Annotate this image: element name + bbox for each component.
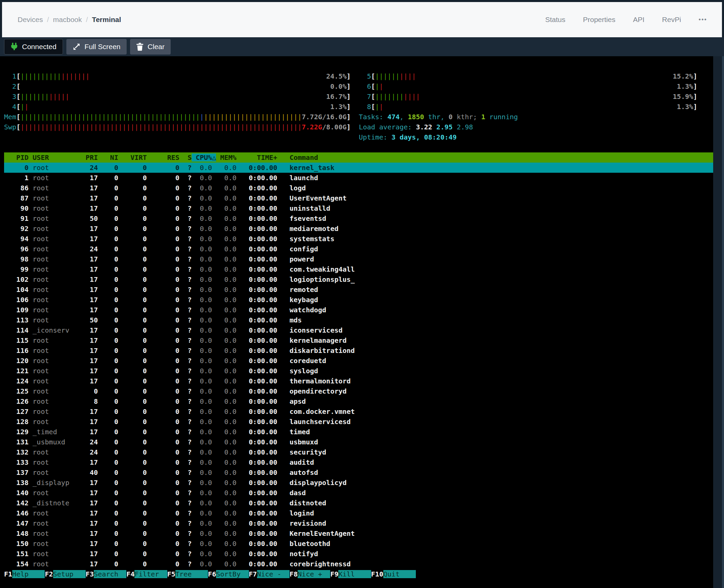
breadcrumb: Devices / macbook / Terminal	[18, 16, 121, 24]
connected-label: Connected	[22, 43, 57, 51]
fullscreen-label: Full Screen	[85, 43, 121, 51]
process-row[interactable]: 104 root 17 0 0 0 ? 0.0 0.0 0:00.00 remo…	[4, 285, 713, 295]
htop-process-header[interactable]: PID USER PRI NI VIRT RES S CPU%△ MEM% TI…	[4, 152, 713, 163]
htop-cpu-meter-row: 3[|||||||||||| 16.7%] 7[||||||||||| 15.9…	[4, 91, 713, 102]
process-row[interactable]: 99 root 17 0 0 0 ? 0.0 0.0 0:00.00 com.t…	[4, 264, 713, 274]
process-row[interactable]: 114 _iconserv 17 0 0 0 ? 0.0 0.0 0:00.00…	[4, 325, 713, 335]
breadcrumb-devices[interactable]: Devices	[18, 16, 43, 24]
process-row[interactable]: 92 root 17 0 0 0 ? 0.0 0.0 0:00.00 media…	[4, 224, 713, 234]
htop-uptime: Uptime: 3 days, 08:20:49	[4, 132, 713, 142]
process-row[interactable]: 124 root 17 0 0 0 ? 0.0 0.0 0:00.00 ther…	[4, 376, 713, 386]
terminal-scrollbar[interactable]	[713, 56, 724, 588]
htop-cpu-meter-row: 2[ 0.0%] 6[|| 1.3%]	[4, 81, 713, 91]
fullscreen-button[interactable]: Full Screen	[66, 39, 127, 55]
process-row[interactable]: 120 root 17 0 0 0 ? 0.0 0.0 0:00.00 core…	[4, 356, 713, 366]
breadcrumb-separator: /	[47, 16, 49, 24]
process-row[interactable]: 142 _distnote 17 0 0 0 ? 0.0 0.0 0:00.00…	[4, 498, 713, 508]
connected-button[interactable]: Connected	[4, 39, 63, 55]
htop-blank-line	[4, 142, 713, 152]
process-row[interactable]: 102 root 17 0 0 0 ? 0.0 0.0 0:00.00 logi…	[4, 274, 713, 285]
process-row[interactable]: 121 root 17 0 0 0 ? 0.0 0.0 0:00.00 sysl…	[4, 366, 713, 376]
process-row[interactable]: 128 root 17 0 0 0 ? 0.0 0.0 0:00.00 laun…	[4, 417, 713, 427]
process-row[interactable]: 146 root 17 0 0 0 ? 0.0 0.0 0:00.00 logi…	[4, 508, 713, 518]
nav-item-properties[interactable]: Properties	[583, 16, 615, 24]
process-row[interactable]: 126 root 8 0 0 0 ? 0.0 0.0 0:00.00 apsd	[4, 396, 713, 406]
htop-cpu-meter-row: 1[||||||||||||||||| 24.5%] 5[|||||||||| …	[4, 71, 713, 81]
process-row[interactable]: 98 root 17 0 0 0 ? 0.0 0.0 0:00.00 power…	[4, 254, 713, 264]
process-row[interactable]: 147 root 17 0 0 0 ? 0.0 0.0 0:00.00 revi…	[4, 518, 713, 528]
process-row[interactable]: 116 root 17 0 0 0 ? 0.0 0.0 0:00.00 disk…	[4, 345, 713, 356]
process-row[interactable]: 113 root 50 0 0 0 ? 0.0 0.0 0:00.00 mds	[4, 315, 713, 325]
breadcrumb-macbook[interactable]: macbook	[53, 16, 82, 24]
process-row[interactable]: 90 root 17 0 0 0 ? 0.0 0.0 0:00.00 unins…	[4, 203, 713, 213]
process-row[interactable]: 96 root 24 0 0 0 ? 0.0 0.0 0:00.00 confi…	[4, 244, 713, 254]
process-row[interactable]: 129 _timed 17 0 0 0 ? 0.0 0.0 0:00.00 ti…	[4, 427, 713, 437]
breadcrumb-terminal: Terminal	[92, 16, 121, 24]
process-row[interactable]: 151 root 17 0 0 0 ? 0.0 0.0 0:00.00 noti…	[4, 549, 713, 559]
process-row[interactable]: 91 root 50 0 0 0 ? 0.0 0.0 0:00.00 fseve…	[4, 213, 713, 224]
htop-mem-meter: Mem[||||||||||||||||||||||||||||||||||||…	[4, 112, 713, 122]
process-row[interactable]: 131 _usbmuxd 24 0 0 0 ? 0.0 0.0 0:00.00 …	[4, 437, 713, 447]
process-row[interactable]: 137 root 40 0 0 0 ? 0.0 0.0 0:00.00 auto…	[4, 467, 713, 478]
top-navbar: Devices / macbook / Terminal Status Prop…	[2, 2, 722, 37]
navbar-links: Status Properties API RevPi •••	[545, 16, 707, 24]
process-row[interactable]: 133 root 17 0 0 0 ? 0.0 0.0 0:00.00 audi…	[4, 457, 713, 467]
clear-button[interactable]: Clear	[130, 39, 171, 55]
htop-swap-meter: Swp[||||||||||||||||||||||||||||||||||||…	[4, 122, 713, 132]
breadcrumb-separator: /	[86, 16, 88, 24]
process-row[interactable]: 127 root 17 0 0 0 ? 0.0 0.0 0:00.00 com.…	[4, 406, 713, 417]
process-row[interactable]: 87 root 17 0 0 0 ? 0.0 0.0 0:00.00 UserE…	[4, 193, 713, 203]
process-row[interactable]: 0 root 24 0 0 0 ? 0.0 0.0 0:00.00 kernel…	[4, 163, 713, 173]
process-row[interactable]: 132 root 24 0 0 0 ? 0.0 0.0 0:00.00 secu…	[4, 447, 713, 457]
terminal-area: 1[||||||||||||||||| 24.5%] 5[|||||||||| …	[0, 56, 724, 588]
more-menu-icon[interactable]: •••	[699, 16, 707, 23]
process-row[interactable]: 115 root 17 0 0 0 ? 0.0 0.0 0:00.00 kern…	[4, 335, 713, 345]
terminal-toolbar: Connected Full Screen Clear	[0, 37, 724, 56]
clear-label: Clear	[148, 43, 165, 51]
process-row[interactable]: 140 root 17 0 0 0 ? 0.0 0.0 0:00.00 dasd	[4, 488, 713, 498]
fullscreen-expand-icon	[72, 43, 81, 51]
process-row[interactable]: 109 root 17 0 0 0 ? 0.0 0.0 0:00.00 watc…	[4, 305, 713, 315]
process-row[interactable]: 86 root 17 0 0 0 ? 0.0 0.0 0:00.00 logd	[4, 183, 713, 193]
process-row[interactable]: 138 _displayp 17 0 0 0 ? 0.0 0.0 0:00.00…	[4, 478, 713, 488]
trash-icon	[136, 43, 144, 51]
htop-cpu-meter-row: 4[|| 1.3%] 8[|| 1.3%]	[4, 102, 713, 112]
process-row[interactable]: 148 root 17 0 0 0 ? 0.0 0.0 0:00.00 Kern…	[4, 528, 713, 539]
plug-icon	[10, 43, 18, 51]
htop-fkey-bar[interactable]: F1Help F2Setup F3Search F4Filter F5Tree …	[4, 569, 713, 579]
process-row[interactable]: 154 root 17 0 0 0 ? 0.0 0.0 0:00.00 core…	[4, 559, 713, 569]
nav-item-api[interactable]: API	[633, 16, 644, 24]
process-row[interactable]: 106 root 17 0 0 0 ? 0.0 0.0 0:00.00 keyb…	[4, 295, 713, 305]
process-row[interactable]: 1 root 17 0 0 0 ? 0.0 0.0 0:00.00 launch…	[4, 173, 713, 183]
terminal-screen[interactable]: 1[||||||||||||||||| 24.5%] 5[|||||||||| …	[0, 56, 713, 588]
process-row[interactable]: 94 root 17 0 0 0 ? 0.0 0.0 0:00.00 syste…	[4, 234, 713, 244]
nav-item-status[interactable]: Status	[545, 16, 566, 24]
process-row[interactable]: 125 root 0 0 0 0 ? 0.0 0.0 0:00.00 opend…	[4, 386, 713, 396]
nav-item-revpi[interactable]: RevPi	[662, 16, 681, 24]
process-row[interactable]: 150 root 17 0 0 0 ? 0.0 0.0 0:00.00 blue…	[4, 539, 713, 549]
